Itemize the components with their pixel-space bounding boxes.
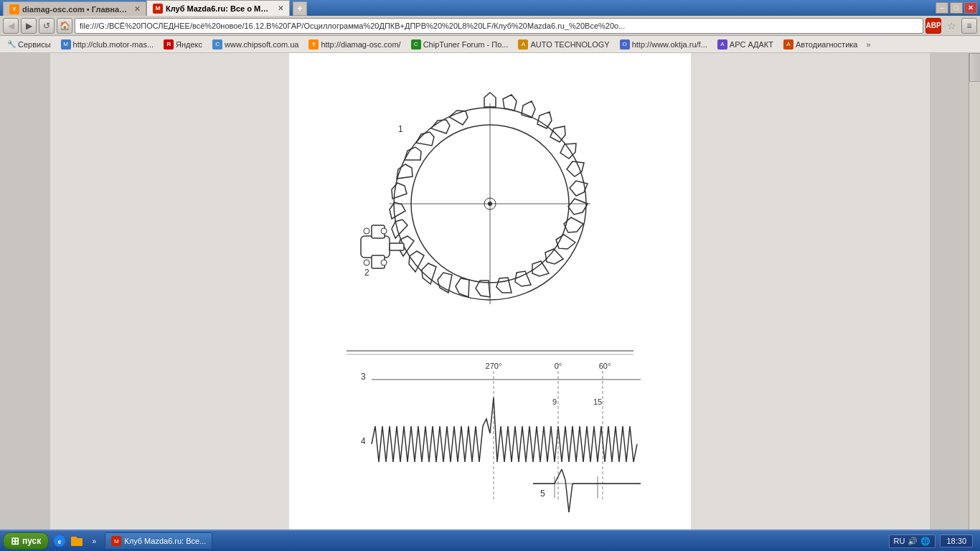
bookmark-ars[interactable]: А АРС АДАКТ xyxy=(713,37,778,52)
adblock-button[interactable]: ABP xyxy=(925,18,941,34)
taskbar-programs: e » xyxy=(52,533,102,549)
bookmark-autodiag[interactable]: А Автодиагностика xyxy=(779,37,862,52)
tab-close-diamag[interactable]: ✕ xyxy=(134,5,140,13)
home-button[interactable]: 🏠 xyxy=(57,18,72,34)
bookmark-chipsoft[interactable]: C www.chipsoft.com.ua xyxy=(208,37,303,52)
taskbar-icon-ie[interactable]: e xyxy=(52,533,67,549)
bookmark-label-oktja: http://www.oktja.ru/f... xyxy=(632,40,707,49)
svg-point-12 xyxy=(364,260,369,265)
signal-9: 9 xyxy=(552,397,557,406)
scroll-thumb[interactable] xyxy=(969,53,980,82)
svg-line-21 xyxy=(555,476,558,484)
start-label: пуск xyxy=(22,536,41,546)
bookmark-servis[interactable]: 🔧 Сервисы xyxy=(3,37,55,52)
bookmark-motor[interactable]: M http://club.motor-mas... xyxy=(57,37,158,52)
svg-text:e: e xyxy=(58,538,62,545)
svg-point-13 xyxy=(381,260,387,265)
tab-favicon-mazda: M xyxy=(153,4,163,14)
address-bar[interactable]: file:///G:/ВСЁ%20ПОСЛЕДНЕЕ/всё%20новое/1… xyxy=(75,18,923,34)
svg-rect-11 xyxy=(390,243,404,250)
bookmark-chiptuner[interactable]: C ChipTuner Forum - По... xyxy=(407,37,513,52)
reload-button[interactable]: ↺ xyxy=(39,18,55,34)
bookmark-icon-motor: M xyxy=(61,39,71,50)
tab-diamag[interactable]: Y diamag-osc.com • Главная с... ✕ xyxy=(3,1,146,16)
taskbar-icon-folder[interactable] xyxy=(69,533,85,549)
svg-rect-33 xyxy=(71,537,77,540)
svg-point-10 xyxy=(381,228,387,234)
svg-line-24 xyxy=(565,480,569,512)
maximize-button[interactable]: □ xyxy=(950,2,963,14)
bookmark-label-chipsoft: www.chipsoft.com.ua xyxy=(225,40,298,49)
bookmark-yandex[interactable]: Я Яндекс xyxy=(159,37,207,52)
windows-logo: ⊞ xyxy=(11,535,19,547)
start-button[interactable]: ⊞ пуск xyxy=(3,532,49,550)
camshaft-signal xyxy=(533,469,641,512)
bookmarks-bar: 🔧 Сервисы M http://club.motor-mas... Я Я… xyxy=(0,36,980,53)
svg-line-23 xyxy=(562,469,565,480)
window-controls: ─ □ ✕ xyxy=(936,2,977,14)
taskbar: ⊞ пуск e » M Клуб Mazda6.ru: Все... RU 🔊… xyxy=(0,529,980,551)
menu-button[interactable]: ≡ xyxy=(961,18,977,34)
address-text: file:///G:/ВСЁ%20ПОСЛЕДНЕЕ/всё%20новое/1… xyxy=(80,22,918,30)
bookmark-label-diamag: http://diamag-osc.com/ xyxy=(321,40,400,49)
bookmark-icon-chipsoft: C xyxy=(212,39,222,50)
bookmark-label-motor: http://club.motor-mas... xyxy=(73,40,154,49)
forward-button[interactable]: ▶ xyxy=(21,18,37,34)
bookmark-label-chiptuner: ChipTuner Forum - По... xyxy=(423,40,509,49)
bookmark-label-servis: Сервисы xyxy=(18,40,51,49)
tab-favicon-diamag: Y xyxy=(9,4,19,14)
bookmark-icon-yandex: Я xyxy=(164,39,174,50)
tab-close-mazda[interactable]: ✕ xyxy=(278,4,283,12)
taskbar-right: RU 🔊 🌐 18:30 xyxy=(885,534,977,548)
taskbar-icon-arrow[interactable]: » xyxy=(86,533,102,549)
system-tray: RU 🔊 🌐 xyxy=(889,534,936,548)
bookmark-label-ars: АРС АДАКТ xyxy=(730,40,773,49)
bookmark-star-button[interactable]: ☆ xyxy=(943,18,959,34)
bookmark-oktja[interactable]: O http://www.oktja.ru/f... xyxy=(616,37,712,52)
angle-60: 60° xyxy=(599,362,611,370)
bookmark-autotechnology[interactable]: A AUTO TECHNOLOGY xyxy=(514,37,613,52)
minimize-button[interactable]: ─ xyxy=(936,2,948,14)
bookmark-icon-diamag: Y xyxy=(308,39,319,50)
speaker-icon[interactable]: 🔊 xyxy=(908,537,918,546)
gear-group: 1 xyxy=(361,93,590,304)
title-bar: Y diamag-osc.com • Главная с... ✕ M Клуб… xyxy=(0,0,980,16)
page-area: 1 xyxy=(50,53,930,529)
crankshaft-signal xyxy=(372,397,637,462)
bookmark-diamag[interactable]: Y http://diamag-osc.com/ xyxy=(304,37,405,52)
bookmark-icon-servis: 🔧 xyxy=(7,40,16,48)
svg-line-25 xyxy=(569,484,573,512)
taskbar-window-mazda[interactable]: M Клуб Mazda6.ru: Все... xyxy=(105,532,212,550)
bookmark-icon-autodiag: А xyxy=(783,39,793,50)
left-sidebar xyxy=(0,53,50,529)
angle-270: 270° xyxy=(486,362,502,370)
diagram-label4: 4 xyxy=(361,436,366,446)
signal-15: 15 xyxy=(593,397,602,406)
network-icon[interactable]: 🌐 xyxy=(920,537,930,546)
sensor-assembly xyxy=(361,225,404,268)
back-button[interactable]: ◀ xyxy=(3,18,19,34)
tab-bar: Y diamag-osc.com • Главная с... ✕ M Клуб… xyxy=(3,0,307,16)
taskbar-window-icon: M xyxy=(111,536,121,546)
tab-title-mazda: Клуб Mazda6.ru: Все о Mazda... xyxy=(166,4,272,13)
tab-title-diamag: diamag-osc.com • Главная с... xyxy=(22,5,128,14)
bookmarks-more[interactable]: » xyxy=(863,40,873,49)
language-indicator: RU xyxy=(894,537,905,545)
svg-point-9 xyxy=(364,228,369,234)
bookmark-label-autotechnology: AUTO TECHNOLOGY xyxy=(530,40,609,49)
clock-display[interactable]: 18:30 xyxy=(940,534,973,547)
clock-time: 18:30 xyxy=(946,537,966,545)
new-tab-button[interactable]: + xyxy=(293,1,307,16)
bookmark-icon-autotechnology: A xyxy=(518,39,528,50)
tab-mazda[interactable]: M Клуб Mazda6.ru: Все о Mazda... ✕ xyxy=(146,0,290,16)
diagram-label2: 2 xyxy=(364,268,369,278)
bookmark-label-autodiag: Автодиагностика xyxy=(796,40,857,49)
scroll-track[interactable] xyxy=(969,53,980,529)
svg-point-5 xyxy=(488,202,492,206)
diagram-label3: 3 xyxy=(361,372,366,382)
close-button[interactable]: ✕ xyxy=(964,2,977,14)
bookmark-icon-oktja: O xyxy=(620,39,630,50)
right-sidebar xyxy=(930,53,980,529)
nav-bar: ◀ ▶ ↺ 🏠 file:///G:/ВСЁ%20ПОСЛЕДНЕЕ/всё%2… xyxy=(0,16,980,36)
page-content: 1 xyxy=(289,53,691,529)
